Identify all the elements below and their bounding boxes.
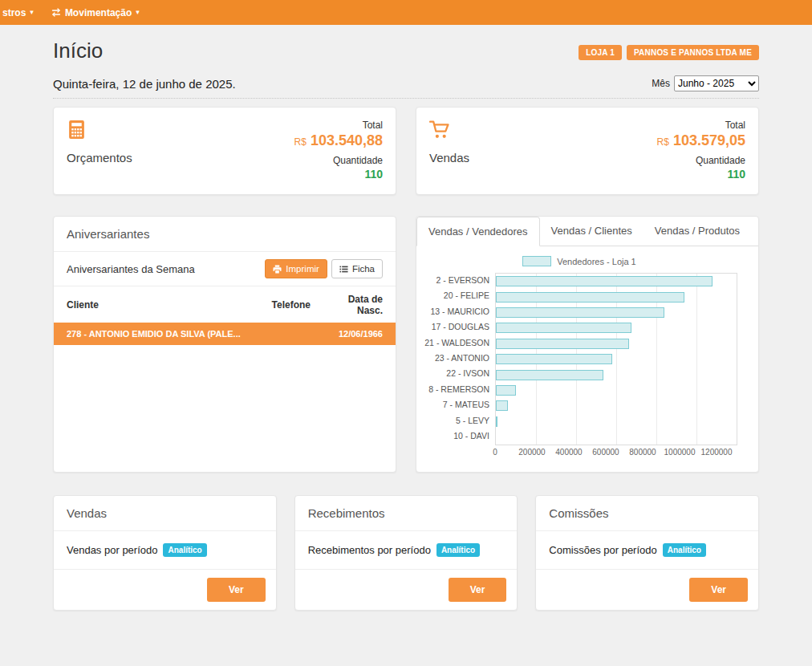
comissoes-report-text: Comissões por período: [549, 544, 656, 556]
comissoes-report-title: Comissões: [536, 496, 758, 531]
top-navbar: stros ▾ Movimentação ▾: [0, 0, 812, 25]
vendas-report-title: Vendas: [54, 496, 276, 531]
recebimentos-report-card: Recebimentos Recebimentos por período An…: [294, 495, 518, 611]
cart-icon: [429, 120, 451, 140]
chart-bar-row: [496, 289, 737, 304]
cell-nascimento: 12/06/1966: [324, 323, 396, 345]
comissoes-report-card: Comissões Comissões por período Analític…: [535, 495, 759, 611]
y-axis-category-label: 2 - EVERSON: [421, 273, 495, 288]
chart-labels: 2 - EVERSON20 - FELIPE13 - MAURICIO17 - …: [421, 273, 495, 445]
legend-swatch: [522, 256, 551, 266]
x-axis-tick-label: 1000000: [664, 448, 696, 457]
total-label: Total: [657, 120, 745, 131]
vendas-card: Vendas Total R$ 103.579,05 Quantidade 11…: [416, 107, 759, 195]
print-button[interactable]: Imprimir: [265, 259, 327, 278]
birthdays-panel-title: Aniversariantes: [54, 217, 396, 252]
cell-telefone: [259, 323, 324, 345]
chart-bar-row: [496, 274, 737, 289]
company-badge: PANNOS E PANNOS LTDA ME: [627, 45, 759, 60]
vendas-report-card: Vendas Vendas por período Analítico Ver: [53, 495, 277, 611]
list-icon: [339, 265, 348, 274]
chart-bar: [496, 292, 684, 303]
calculator-icon: [67, 120, 87, 140]
chart-bar: [496, 323, 631, 333]
chart-bar-row: [496, 367, 737, 382]
table-row[interactable]: 278 - ANTONIO EMIDIO DA SILVA (PALE... 1…: [54, 323, 396, 345]
birthdays-panel: Aniversariantes Aniversariantes da Seman…: [53, 216, 396, 473]
ver-recebimentos-button[interactable]: Ver: [449, 578, 507, 602]
column-header-nascimento: Data de Nasc.: [324, 286, 396, 323]
chevron-down-icon: ▾: [136, 9, 140, 16]
column-header-cliente: Cliente: [54, 286, 259, 323]
header-badges: LOJA 1 PANNOS E PANNOS LTDA ME: [579, 45, 759, 60]
print-button-label: Imprimir: [286, 264, 319, 274]
analitico-badge: Analítico: [163, 543, 206, 557]
tab-vendas-produtos[interactable]: Vendas / Produtos: [644, 217, 751, 246]
birthdays-table: Cliente Telefone Data de Nasc. 278 - ANT…: [54, 286, 396, 345]
birthdays-subtitle: Aniversariantes da Semana: [67, 263, 195, 275]
chart-bar: [496, 276, 713, 286]
divider: [53, 98, 759, 99]
nav-item-movimentacao[interactable]: Movimentação ▾: [43, 0, 148, 25]
month-filter: Mês Junho - 2025: [652, 75, 759, 91]
chart-bar-row: [496, 336, 737, 351]
chart-bar: [496, 354, 612, 364]
chart-bar-row: [496, 414, 737, 429]
vendas-title: Vendas: [429, 151, 469, 182]
quantity-label: Quantidade: [657, 155, 745, 166]
ficha-button[interactable]: Ficha: [331, 259, 383, 278]
ver-vendas-button[interactable]: Ver: [207, 578, 266, 602]
printer-icon: [273, 265, 282, 274]
nav-item-cadastros[interactable]: stros ▾: [0, 0, 43, 25]
orcamentos-quantity: 110: [294, 169, 383, 180]
page-title: Início: [53, 39, 103, 63]
chart-axis: 020000040000060000080000010000001200000: [495, 448, 717, 461]
x-axis-tick-label: 0: [493, 448, 497, 457]
tab-vendas-clientes[interactable]: Vendas / Clientes: [540, 217, 644, 246]
chart-legend: Vendedores - Loja 1: [421, 256, 737, 266]
y-axis-category-label: 20 - FELIPE: [421, 288, 495, 303]
exchange-icon: [51, 8, 61, 17]
nav-item-movimentacao-label: Movimentação: [65, 7, 132, 18]
y-axis-category-label: 17 - DOUGLAS: [421, 319, 495, 335]
quantity-label: Quantidade: [294, 155, 383, 166]
chart-bar: [496, 339, 629, 349]
y-axis-category-label: 23 - ANTONIO: [421, 351, 495, 366]
x-axis-tick-label: 1200000: [701, 448, 733, 457]
chart-bar-row: [496, 398, 737, 413]
store-badge: LOJA 1: [579, 45, 622, 60]
y-axis-category-label: 5 - LEVY: [421, 413, 495, 428]
vendas-report-text: Vendas por período: [67, 544, 157, 556]
vendas-total: R$ 103.579,05: [657, 133, 745, 148]
x-axis-tick-label: 200000: [518, 448, 545, 457]
month-select[interactable]: Junho - 2025: [674, 75, 759, 91]
nav-item-cadastros-label: stros: [2, 7, 26, 18]
ficha-button-label: Ficha: [352, 264, 375, 274]
chart-bar: [496, 370, 603, 380]
vendas-quantity: 110: [657, 169, 745, 180]
y-axis-category-label: 13 - MAURICIO: [421, 304, 495, 319]
chart-bar-row: [496, 429, 737, 445]
sales-panel: Vendas / Vendedores Vendas / Clientes Ve…: [416, 216, 759, 473]
ver-comissoes-button[interactable]: Ver: [689, 578, 748, 602]
tab-vendas-vendedores[interactable]: Vendas / Vendedores: [416, 217, 540, 246]
chart-plot: [495, 273, 737, 445]
column-header-telefone: Telefone: [259, 286, 324, 323]
x-axis-tick-label: 400000: [555, 448, 582, 457]
month-label: Mês: [652, 78, 670, 89]
analitico-badge: Analítico: [663, 543, 706, 557]
y-axis-category-label: 21 - WALDESON: [421, 335, 495, 351]
x-axis-tick-label: 800000: [629, 448, 656, 457]
total-label: Total: [294, 120, 383, 131]
chart-bar: [496, 416, 497, 427]
chart-bar: [496, 400, 508, 411]
y-axis-category-label: 7 - MATEUS: [421, 397, 495, 412]
current-date: Quinta-feira, 12 de junho de 2025.: [53, 77, 236, 91]
chart-bar-row: [496, 320, 737, 335]
orcamentos-card: Orçamentos Total R$ 103.540,88 Quantidad…: [53, 107, 396, 195]
y-axis-category-label: 10 - DAVI: [421, 428, 495, 444]
y-axis-category-label: 22 - IVSON: [421, 366, 495, 381]
orcamentos-title: Orçamentos: [67, 151, 132, 182]
chart-bar-row: [496, 305, 737, 320]
chevron-down-icon: ▾: [30, 9, 34, 16]
